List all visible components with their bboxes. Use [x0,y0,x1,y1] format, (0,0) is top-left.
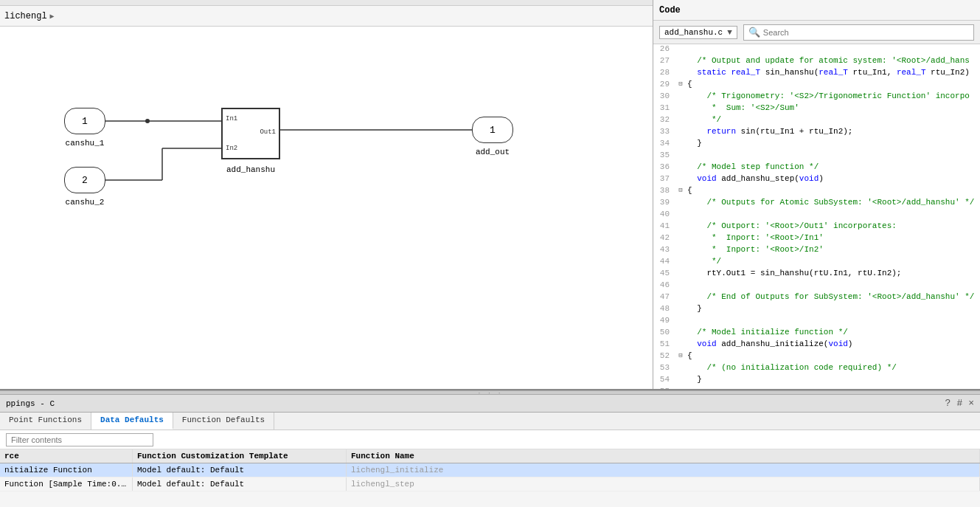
code-line: 28 static real_T sin_hanshu(real_T rtu_I… [653,68,980,80]
bottom-tab[interactable]: Function Defaults [173,413,274,430]
fold-icon [675,56,686,68]
fold-icon [675,280,686,292]
cell-source: Function [Sample Time:0.2s] [0,477,133,491]
code-header: Code [653,0,980,21]
canshu1-label: canshu_1 [66,139,105,148]
line-number: 50 [653,328,675,339]
col-source-header: rce [0,449,133,463]
code-panel: Code add_hanshu.c ▼ 🔍 2627 /* Output and… [653,0,980,389]
line-number: 31 [653,103,675,115]
code-line: 33 return sin(rtu_In1 + rtu_In2); [653,127,980,139]
line-number: 35 [653,151,675,162]
table-row[interactable]: nitialize FunctionModel default: Default… [0,463,980,477]
code-line: 34 } [653,139,980,151]
code-line: 30 /* Trigonometry: '<S2>/Trigonometric … [653,92,980,103]
canshu2-value: 2 [82,175,88,186]
in1-port-label: In1 [226,115,237,123]
fold-icon [675,115,686,127]
add-out-block[interactable]: 1 add_out [472,117,513,143]
line-number: 28 [653,68,675,80]
line-number: 38 [653,186,675,198]
line-content: /* Outputs for Atomic SubSystem: '<Root>… [686,198,980,210]
col-name-header: Function Name [347,449,980,463]
fold-icon [675,151,686,162]
line-content: } [686,375,980,387]
close-button[interactable]: × [968,398,974,409]
canshu2-label: canshu_2 [66,198,105,207]
line-number: 45 [653,269,675,280]
line-content [686,210,980,221]
fold-icon [675,257,686,269]
line-number: 44 [653,257,675,269]
line-number: 47 [653,292,675,304]
bottom-tab[interactable]: Data Defaults [91,413,173,430]
code-line: 43 * Inport: '<Root>/In2' [653,245,980,257]
out1-port-label: Out1 [260,128,276,136]
line-content: { [686,351,980,363]
table-header: rce Function Customization Template Func… [0,449,980,463]
bottom-tab[interactable]: Point Functions [0,413,91,430]
col-template-header: Function Customization Template [133,449,347,463]
breadcrumb-item: lichengl [4,11,47,21]
line-number: 51 [653,339,675,351]
code-line: 44 */ [653,257,980,269]
line-content: /* Output and update for atomic system: … [686,56,980,68]
code-line: 54 } [653,375,980,387]
table-row[interactable]: Function [Sample Time:0.2s]Model default… [0,477,980,492]
help-button[interactable]: ? [945,398,951,409]
line-content: void add_hanshu_step(void) [686,174,980,186]
fold-icon [675,103,686,115]
filter-input[interactable] [6,433,153,446]
canshu1-block[interactable]: 1 canshu_1 [64,108,105,134]
line-content: */ [686,115,980,127]
fold-icon [675,127,686,139]
bottom-panel: · · · ppings - C ? # × Point FunctionsDa… [0,389,980,507]
code-line: 38⊟{ [653,186,980,198]
code-line: 42 * Inport: '<Root>/In1' [653,233,980,245]
canshu1-value: 1 [82,116,88,127]
fold-icon[interactable]: ⊟ [675,186,686,198]
diagram-panel: lichengl ▶ 1 [0,0,653,389]
diagram-canvas[interactable]: 1 canshu_1 2 canshu_2 In1 Out1 In2 add_h… [0,27,653,389]
code-line: 32 */ [653,115,980,127]
canshu2-block[interactable]: 2 canshu_2 [64,167,105,193]
fold-icon[interactable]: ⊟ [675,351,686,363]
fold-icon [675,68,686,80]
code-line: 31 * Sum: '<S2>/Sum' [653,103,980,115]
code-line: 48 } [653,304,980,316]
bottom-content: rce Function Customization Template Func… [0,430,980,507]
line-number: 34 [653,139,675,151]
line-content: /* Model initialize function */ [686,328,980,339]
search-box[interactable]: 🔍 [743,24,974,41]
line-number: 27 [653,56,675,68]
line-content [686,280,980,292]
line-content: { [686,80,980,92]
bottom-table[interactable]: rce Function Customization Template Func… [0,449,980,507]
line-number: 46 [653,280,675,292]
code-title: Code [659,5,681,15]
code-line: 45 rtY.Out1 = sin_hanshu(rtU.In1, rtU.In… [653,269,980,280]
line-number: 32 [653,115,675,127]
line-content: /* Trigonometry: '<S2>/Trigonometric Fun… [686,92,980,103]
file-selector[interactable]: add_hanshu.c ▼ [659,26,737,39]
breadcrumb[interactable]: lichengl ▶ [0,6,653,27]
fold-icon[interactable]: ⊟ [675,80,686,92]
bottom-title: ppings - C [6,399,55,408]
add-hanshu-block[interactable]: In1 Out1 In2 add_hanshu [221,108,280,159]
add-out-value: 1 [490,125,496,136]
line-content [686,44,980,56]
line-content: /* (no initialization code required) */ [686,363,980,375]
search-icon: 🔍 [748,27,760,38]
code-line: 52⊟{ [653,351,980,363]
fold-icon [675,44,686,56]
line-content: } [686,304,980,316]
fold-icon [675,363,686,375]
code-content[interactable]: 2627 /* Output and update for atomic sys… [653,44,980,389]
search-input[interactable] [763,28,969,37]
add-hanshu-label: add_hanshu [226,165,275,174]
line-number: 41 [653,221,675,233]
settings-button[interactable]: # [956,398,962,409]
line-number: 54 [653,375,675,387]
bottom-filter [0,430,980,449]
cell-template: Model default: Default [133,477,347,491]
